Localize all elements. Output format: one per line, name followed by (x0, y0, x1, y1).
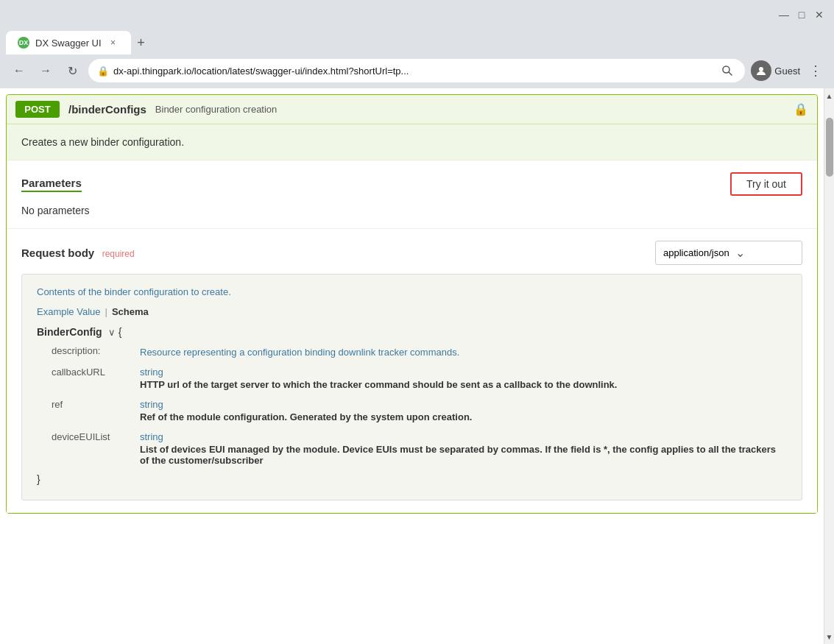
field-details: string Ref of the module configuration. … (140, 399, 787, 422)
endpoint-container: POST /binderConfigs Binder configuration… (6, 94, 818, 514)
scroll-down-arrow[interactable]: ▼ (824, 629, 835, 644)
schema-tabs: Example Value | Schema (37, 306, 787, 317)
field-name: ref (37, 399, 140, 410)
field-type: string (140, 399, 787, 410)
schema-container: Contents of the binder configuration to … (21, 274, 802, 500)
field-name: deviceEUIList (37, 431, 140, 442)
vertical-scrollbar[interactable]: ▲ ▼ (824, 88, 834, 644)
minimize-button[interactable]: — (778, 9, 790, 21)
tab-separator: | (105, 306, 107, 317)
description-field-name: description: (37, 345, 140, 356)
description-field-details: Resource representing a configuration bi… (140, 345, 787, 358)
new-tab-button[interactable]: + (131, 32, 152, 53)
request-body-title: Request body (21, 247, 94, 259)
schema-description: Contents of the binder configuration to … (37, 286, 787, 297)
description-field-value: Resource representing a configuration bi… (140, 347, 787, 358)
endpoint-body: Creates a new binder configuration. Para… (7, 124, 817, 513)
description-field-row: description: Resource representing a con… (37, 341, 787, 362)
content-type-value: application/json (663, 247, 729, 258)
endpoint-header[interactable]: POST /binderConfigs Binder configuration… (7, 95, 817, 124)
forward-button[interactable]: → (35, 60, 56, 81)
search-icon[interactable] (718, 62, 736, 79)
tab-example-value[interactable]: Example Value (37, 306, 100, 317)
field-description: List of devices EUI managed by the modul… (140, 444, 787, 466)
close-button[interactable]: ✕ (813, 9, 825, 21)
description-text: Creates a new binder configuration. (21, 136, 184, 148)
field-description: HTTP url of the target server to which t… (140, 379, 787, 390)
url-text: dx-api.thingpark.io/location/latest/swag… (113, 66, 714, 77)
back-button[interactable]: ← (9, 60, 29, 81)
url-bar[interactable]: 🔒 dx-api.thingpark.io/location/latest/sw… (88, 59, 745, 82)
browser-menu-button[interactable]: ⋮ (806, 60, 825, 82)
field-row: deviceEUIList string List of devices EUI… (37, 427, 787, 470)
browser-tab[interactable]: DX DX Swagger UI × (6, 31, 131, 54)
field-row: ref string Ref of the module configurati… (37, 394, 787, 427)
tab-close-button[interactable]: × (107, 37, 119, 49)
tab-label: DX Swagger UI (35, 38, 102, 49)
field-type: string (140, 431, 787, 442)
open-brace: { (119, 326, 122, 338)
field-row: callbackURL string HTTP url of the targe… (37, 362, 787, 394)
scroll-track[interactable] (824, 103, 835, 629)
tab-schema[interactable]: Schema (112, 306, 149, 317)
request-body-section: Request body required application/json ⌄… (7, 229, 817, 513)
profile-name: Guest (774, 66, 800, 77)
refresh-button[interactable]: ↻ (62, 60, 82, 81)
method-badge: POST (15, 101, 60, 118)
lock-icon: 🔒 (794, 102, 808, 116)
tab-favicon: DX (18, 37, 29, 49)
request-body-title-container: Request body required (21, 247, 135, 260)
try-it-out-button[interactable]: Try it out (730, 172, 802, 196)
scroll-up-arrow[interactable]: ▲ (824, 88, 835, 103)
svg-point-2 (759, 67, 763, 71)
endpoint-description: Binder configuration creation (155, 104, 278, 115)
svg-line-1 (729, 72, 732, 75)
maximize-button[interactable]: □ (796, 9, 808, 21)
field-type: string (140, 367, 787, 378)
field-name: callbackURL (37, 367, 140, 378)
request-body-header: Request body required application/json ⌄ (21, 241, 802, 265)
field-description: Ref of the module configuration. Generat… (140, 411, 787, 422)
content-type-select[interactable]: application/json ⌄ (655, 241, 802, 265)
description-section: Creates a new binder configuration. (7, 124, 817, 160)
fields-container: callbackURL string HTTP url of the targe… (37, 362, 787, 470)
expand-icon[interactable]: ∨ (108, 327, 116, 338)
profile-button[interactable]: Guest (751, 60, 800, 81)
lock-icon: 🔒 (97, 66, 109, 77)
field-details: string HTTP url of the target server to … (140, 367, 787, 390)
parameters-title: Parameters (21, 177, 82, 192)
field-details: string List of devices EUI managed by th… (140, 431, 787, 466)
model-name: BinderConfig (37, 326, 102, 338)
chevron-down-icon: ⌄ (735, 246, 745, 260)
schema-model: BinderConfig ∨ { description: Resource r… (37, 326, 787, 488)
no-parameters-text: No parameters (21, 205, 802, 216)
close-brace: } (37, 470, 787, 488)
parameters-header: Parameters Try it out (21, 172, 802, 196)
avatar (751, 60, 771, 81)
required-label: required (102, 249, 135, 259)
parameters-section: Parameters Try it out No parameters (7, 160, 817, 229)
endpoint-path: /binderConfigs (68, 103, 146, 116)
scroll-thumb[interactable] (826, 118, 833, 177)
